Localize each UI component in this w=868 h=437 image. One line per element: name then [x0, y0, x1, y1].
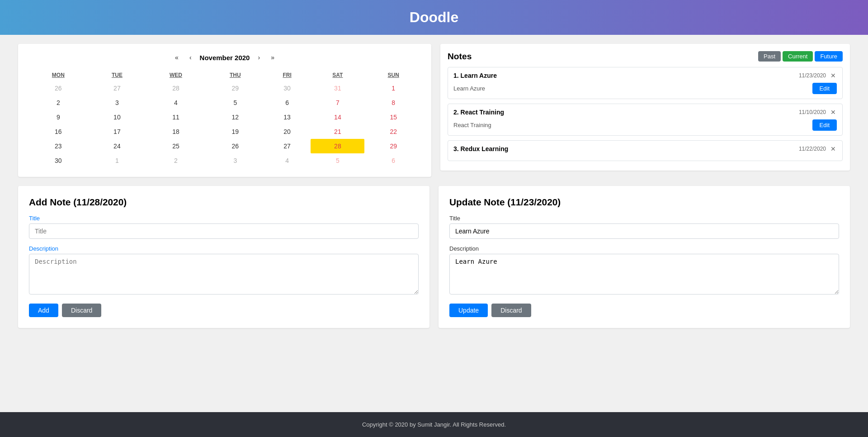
calendar-day[interactable]: 30: [27, 153, 90, 168]
note-item-meta: 11/22/2020 ✕: [799, 145, 837, 152]
calendar-day[interactable]: 6: [364, 153, 422, 168]
calendar-week-row: 23242526272829: [27, 139, 422, 153]
note-item: 3. Redux Learning 11/22/2020 ✕: [448, 140, 843, 161]
calendar-week-row: 2627282930311: [27, 81, 422, 95]
add-note-add-btn[interactable]: Add: [29, 304, 58, 317]
calendar-day[interactable]: 7: [311, 95, 364, 110]
main-content: « ‹ November 2020 › » MONTUEWEDTHUFRISAT…: [0, 35, 868, 412]
top-row: « ‹ November 2020 › » MONTUEWEDTHUFRISAT…: [18, 44, 850, 177]
update-note-title-input[interactable]: [449, 223, 839, 239]
calendar-day[interactable]: 13: [264, 110, 311, 124]
calendar-first-prev-btn[interactable]: «: [172, 53, 181, 62]
note-item-date: 11/10/2020: [799, 109, 826, 115]
notes-header: Notes Past Current Future: [448, 51, 843, 62]
filter-past-btn[interactable]: Past: [758, 51, 781, 62]
calendar-dow-tue: TUE: [90, 69, 145, 81]
calendar-day[interactable]: 24: [90, 139, 145, 153]
calendar-day[interactable]: 17: [90, 124, 145, 139]
calendar-day[interactable]: 26: [207, 139, 264, 153]
calendar-day[interactable]: 1: [364, 81, 422, 95]
filter-future-btn[interactable]: Future: [815, 51, 843, 62]
update-note-desc-input[interactable]: [449, 254, 839, 294]
calendar-day[interactable]: 11: [145, 110, 207, 124]
update-note-discard-btn[interactable]: Discard: [491, 304, 531, 317]
calendar-dow-sat: SAT: [311, 69, 364, 81]
note-item-date: 11/22/2020: [799, 146, 826, 152]
calendar-day[interactable]: 4: [145, 95, 207, 110]
note-item-title: 3. Redux Learning: [453, 145, 508, 152]
add-note-desc-input[interactable]: [29, 254, 419, 294]
calendar-day[interactable]: 3: [207, 153, 264, 168]
calendar-day[interactable]: 9: [27, 110, 90, 124]
calendar-day[interactable]: 1: [90, 153, 145, 168]
calendar-day[interactable]: 29: [364, 139, 422, 153]
calendar-week-row: 16171819202122: [27, 124, 422, 139]
note-item-close-btn[interactable]: ✕: [830, 72, 837, 79]
calendar-day[interactable]: 26: [27, 81, 90, 95]
calendar-day[interactable]: 31: [311, 81, 364, 95]
note-item-close-btn[interactable]: ✕: [830, 145, 837, 152]
calendar-dow-sun: SUN: [364, 69, 422, 81]
notes-title: Notes: [448, 52, 472, 62]
calendar-day[interactable]: 30: [264, 81, 311, 95]
calendar-day[interactable]: 28: [311, 139, 364, 153]
update-note-title-group: Title: [449, 215, 839, 239]
note-item: 2. React Training 11/10/2020 ✕ React Tra…: [448, 104, 843, 136]
calendar-day[interactable]: 15: [364, 110, 422, 124]
calendar-day[interactable]: 29: [207, 81, 264, 95]
calendar-week-row: 9101112131415: [27, 110, 422, 124]
calendar-day[interactable]: 20: [264, 124, 311, 139]
calendar-day[interactable]: 12: [207, 110, 264, 124]
update-note-title-label: Title: [449, 215, 839, 222]
note-item-close-btn[interactable]: ✕: [830, 109, 837, 116]
note-item-title: 1. Learn Azure: [453, 72, 497, 79]
add-note-title-input[interactable]: [29, 223, 419, 239]
calendar-day[interactable]: 2: [145, 153, 207, 168]
calendar-header: « ‹ November 2020 › »: [27, 53, 422, 62]
calendar-day[interactable]: 8: [364, 95, 422, 110]
update-note-update-btn[interactable]: Update: [449, 304, 488, 317]
note-item-title: 2. React Training: [453, 109, 504, 116]
note-item-edit-btn[interactable]: Edit: [812, 83, 837, 94]
calendar-dow-wed: WED: [145, 69, 207, 81]
calendar-day[interactable]: 5: [207, 95, 264, 110]
calendar-dow-thu: THU: [207, 69, 264, 81]
filter-current-btn[interactable]: Current: [783, 51, 813, 62]
add-note-panel: Add Note (11/28/2020) Title Description …: [18, 186, 429, 328]
calendar-day[interactable]: 16: [27, 124, 90, 139]
calendar-day[interactable]: 14: [311, 110, 364, 124]
note-item-meta: 11/23/2020 ✕: [799, 72, 837, 79]
calendar-day[interactable]: 6: [264, 95, 311, 110]
calendar-day[interactable]: 21: [311, 124, 364, 139]
add-note-discard-btn[interactable]: Discard: [62, 304, 101, 317]
footer: Copyright © 2020 by Sumit Jangir. All Ri…: [0, 412, 868, 437]
calendar-dow-mon: MON: [27, 69, 90, 81]
calendar-day[interactable]: 3: [90, 95, 145, 110]
calendar-day[interactable]: 28: [145, 81, 207, 95]
calendar-last-next-btn[interactable]: »: [268, 53, 277, 62]
calendar-day[interactable]: 4: [264, 153, 311, 168]
calendar-next-btn[interactable]: ›: [255, 53, 263, 62]
calendar-grid: MONTUEWEDTHUFRISATSUN 262728293031123456…: [27, 69, 422, 168]
note-item-body: Learn Azure Edit: [453, 83, 837, 94]
note-item-header: 2. React Training 11/10/2020 ✕: [453, 109, 837, 116]
calendar-prev-btn[interactable]: ‹: [187, 53, 194, 62]
note-item-edit-btn[interactable]: Edit: [812, 119, 837, 131]
notes-filter-group: Past Current Future: [758, 51, 843, 62]
calendar-day[interactable]: 5: [311, 153, 364, 168]
calendar-day[interactable]: 27: [90, 81, 145, 95]
calendar-month-label: November 2020: [200, 54, 250, 62]
note-item-desc: Learn Azure: [453, 85, 485, 92]
calendar-panel: « ‹ November 2020 › » MONTUEWEDTHUFRISAT…: [18, 44, 431, 177]
calendar-day[interactable]: 25: [145, 139, 207, 153]
calendar-day[interactable]: 10: [90, 110, 145, 124]
calendar-day[interactable]: 18: [145, 124, 207, 139]
calendar-day[interactable]: 22: [364, 124, 422, 139]
calendar-day[interactable]: 27: [264, 139, 311, 153]
calendar-day[interactable]: 19: [207, 124, 264, 139]
add-note-title: Add Note (11/28/2020): [29, 197, 419, 208]
calendar-day[interactable]: 2: [27, 95, 90, 110]
app-header: Doodle: [0, 0, 868, 35]
calendar-day[interactable]: 23: [27, 139, 90, 153]
notes-panel: Notes Past Current Future 1. Learn Azure…: [440, 44, 850, 171]
